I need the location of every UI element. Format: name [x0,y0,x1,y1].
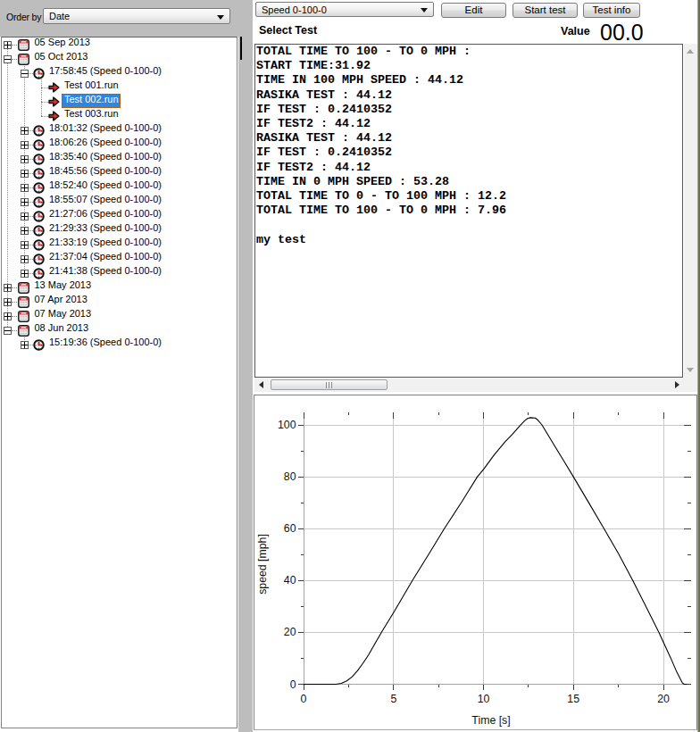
svg-text:15: 15 [567,693,579,705]
svg-text:Time [s]: Time [s] [471,714,510,727]
svg-text:10: 10 [478,693,490,705]
svg-text:0: 0 [301,693,307,705]
svg-text:100: 100 [278,419,296,431]
svg-text:80: 80 [284,470,296,483]
svg-text:20: 20 [657,693,670,705]
svg-text:40: 40 [284,574,296,586]
svg-text:20: 20 [284,626,296,638]
svg-text:60: 60 [284,522,296,535]
svg-text:5: 5 [390,693,396,705]
svg-text:speed [mph]: speed [mph] [256,534,269,595]
svg-text:0: 0 [290,678,296,691]
